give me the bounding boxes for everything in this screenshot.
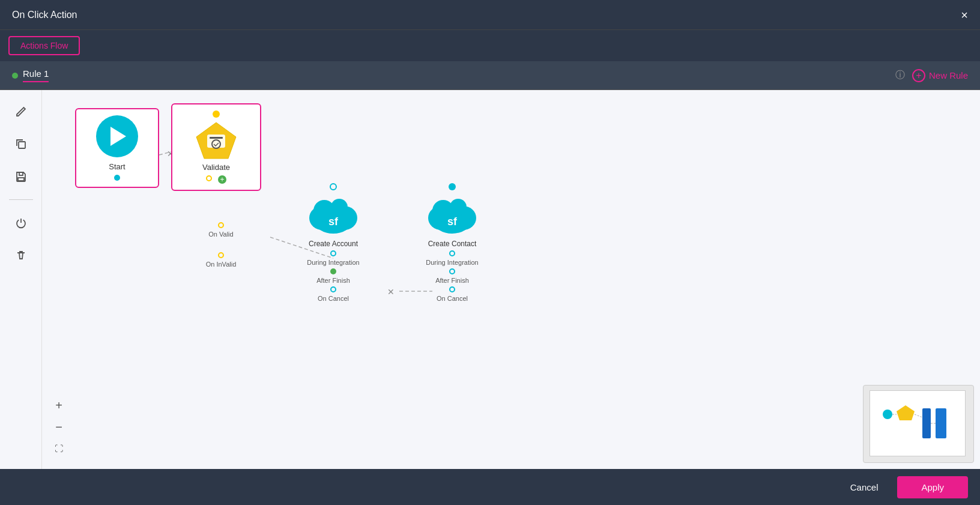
svg-text:sf: sf: [447, 216, 458, 228]
canvas-area: Start ✕ Validate +: [0, 90, 980, 469]
toolbar-divider: [9, 199, 33, 200]
on-valid-branch: On Valid: [197, 222, 245, 238]
zoom-controls: + − ⛶: [50, 397, 67, 457]
fit-screen-button[interactable]: ⛶: [50, 440, 67, 457]
play-icon: [110, 127, 126, 146]
on-invalid-dot: [218, 252, 224, 258]
tab-actions-flow[interactable]: Actions Flow: [8, 36, 80, 55]
svg-rect-1: [19, 172, 23, 175]
zoom-out-button[interactable]: −: [50, 419, 67, 435]
modal-container: On Click Action × Actions Flow Rule 1 ⓘ …: [0, 0, 980, 505]
create-account-during-label: During Integration: [294, 259, 372, 266]
validate-dot-valid: [206, 175, 212, 181]
create-contact-label: Create Contact: [413, 240, 491, 248]
create-contact-cloud-icon: sf: [425, 193, 479, 236]
svg-point-22: [883, 410, 892, 419]
on-valid-label: On Valid: [197, 231, 245, 238]
tab-bar: Actions Flow: [0, 30, 980, 61]
rule-status-dot: [12, 73, 18, 79]
save-tool-button[interactable]: [11, 167, 31, 186]
create-contact-after-label: After Finish: [413, 277, 491, 284]
create-contact-during-label: During Integration: [413, 259, 491, 266]
apply-button[interactable]: Apply: [897, 476, 968, 498]
validate-node[interactable]: Validate +: [171, 103, 261, 191]
copy-tool-button[interactable]: [11, 135, 31, 154]
create-contact-top-dot: [449, 183, 456, 190]
close-button[interactable]: ×: [961, 9, 968, 21]
create-contact-cancel-label: On Cancel: [413, 295, 491, 302]
create-account-label: Create Account: [294, 240, 372, 248]
start-node-label: Start: [82, 162, 152, 171]
edit-tool-button[interactable]: [11, 102, 31, 121]
cancel-button[interactable]: Cancel: [838, 477, 891, 497]
rule-name: Rule 1: [23, 68, 49, 82]
create-account-cloud-icon: sf: [306, 193, 360, 236]
on-valid-dot: [218, 222, 224, 228]
svg-line-27: [915, 414, 922, 417]
flow-canvas: Start ✕ Validate +: [42, 90, 980, 469]
svg-rect-25: [936, 408, 946, 438]
minimap-inner: [870, 390, 966, 456]
on-invalid-branch: On InValid: [197, 252, 245, 268]
info-icon[interactable]: ⓘ: [895, 69, 905, 82]
delete-tool-button[interactable]: [11, 246, 31, 265]
new-rule-label: New Rule: [929, 70, 968, 80]
left-toolbar: [0, 90, 42, 469]
svg-rect-0: [19, 142, 25, 148]
power-tool-button[interactable]: [11, 213, 31, 232]
create-contact-cancel-dot: [449, 286, 455, 292]
create-account-node[interactable]: sf Create Account During Integration Aft…: [294, 183, 372, 302]
svg-marker-23: [897, 405, 915, 420]
modal-header: On Click Action ×: [0, 0, 980, 30]
svg-rect-2: [18, 178, 24, 181]
create-account-during-dot: [330, 250, 336, 256]
svg-rect-24: [922, 408, 931, 438]
on-invalid-label: On InValid: [197, 261, 245, 268]
start-bottom-dot: [114, 175, 120, 181]
zoom-in-button[interactable]: +: [50, 397, 67, 414]
create-account-top-dot: [330, 183, 337, 190]
svg-point-14: [331, 199, 348, 216]
rule-label-container: Rule 1: [12, 68, 49, 82]
validate-pentagon-icon: [195, 121, 237, 160]
create-account-cancel-label: On Cancel: [294, 295, 372, 302]
svg-rect-9: [210, 137, 223, 139]
svg-point-20: [450, 199, 467, 216]
create-account-after-dot: [330, 268, 336, 274]
create-contact-node[interactable]: sf Create Contact During Integration Aft…: [413, 183, 491, 302]
svg-text:sf: sf: [328, 216, 339, 228]
bottom-bar: Cancel Apply: [0, 469, 980, 505]
validate-top-dot: [213, 110, 220, 118]
validate-node-label: Validate: [178, 163, 254, 172]
validate-add-dot: +: [218, 175, 226, 184]
x-connector-2: ✕: [387, 287, 395, 297]
minimap-svg: [876, 396, 960, 450]
start-circle: [96, 115, 138, 157]
minimap: [863, 385, 974, 463]
create-account-after-label: After Finish: [294, 277, 372, 284]
create-contact-during-dot: [449, 250, 455, 256]
create-contact-after-dot: [449, 268, 455, 274]
create-account-cancel-dot: [330, 286, 336, 292]
new-rule-plus-icon: +: [912, 69, 925, 82]
modal-title: On Click Action: [12, 10, 77, 20]
validate-dots: +: [178, 175, 254, 184]
new-rule-button[interactable]: + New Rule: [912, 69, 968, 82]
rule-bar: Rule 1 ⓘ + New Rule: [0, 61, 980, 90]
start-node[interactable]: Start: [75, 108, 159, 188]
